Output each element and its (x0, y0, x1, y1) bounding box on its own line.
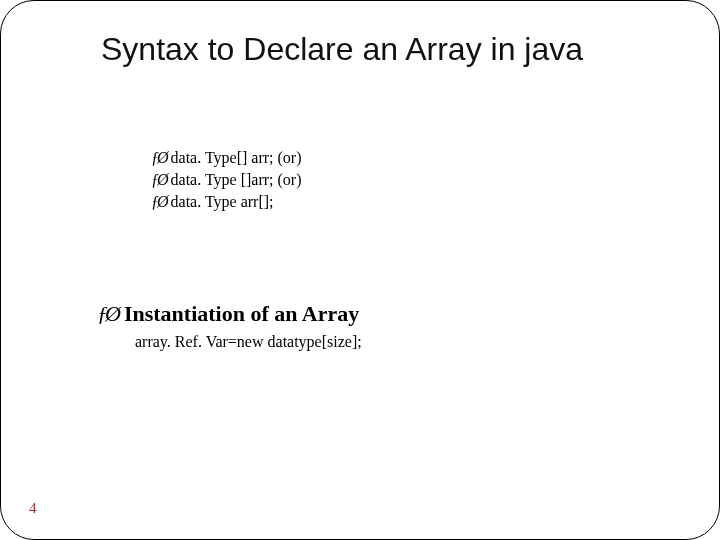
bullet-list: ƒØ data. Type[] arr; (or) ƒØ data. Type … (151, 149, 302, 215)
list-item: ƒØ data. Type []arr; (or) (151, 171, 302, 189)
subheading: Instantiation of an Array (124, 301, 359, 327)
subheading-row: ƒØ Instantiation of an Array (97, 301, 359, 327)
bullet-text: data. Type []arr; (or) (171, 171, 302, 189)
page-number: 4 (29, 500, 37, 517)
bullet-text: data. Type[] arr; (or) (171, 149, 302, 167)
list-item: ƒØ data. Type[] arr; (or) (151, 149, 302, 167)
subheading-body: array. Ref. Var=new datatype[size]; (135, 333, 362, 351)
bullet-icon: ƒØ (151, 150, 167, 166)
slide-frame: Syntax to Declare an Array in java ƒØ da… (0, 0, 720, 540)
bullet-icon: ƒØ (151, 194, 167, 210)
bullet-text: data. Type arr[]; (171, 193, 274, 211)
slide-title: Syntax to Declare an Array in java (101, 31, 583, 68)
bullet-icon: ƒØ (97, 303, 118, 325)
list-item: ƒØ data. Type arr[]; (151, 193, 302, 211)
bullet-icon: ƒØ (151, 172, 167, 188)
